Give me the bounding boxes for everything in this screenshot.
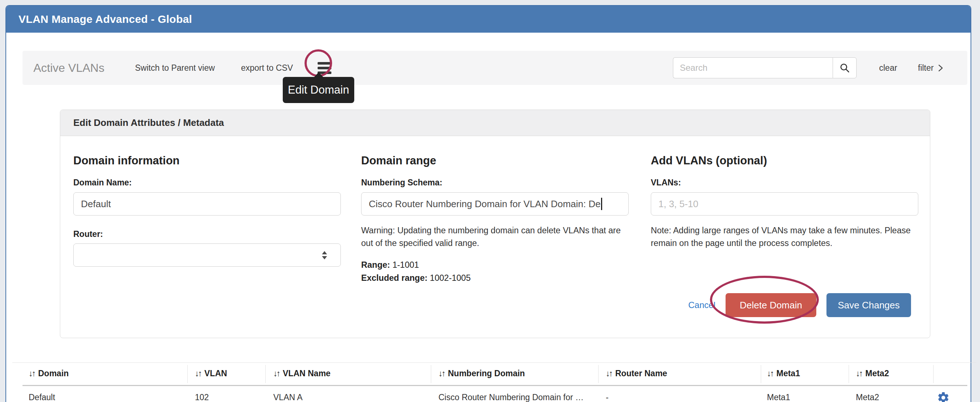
sort-icon: ↓↑ <box>606 369 612 378</box>
excluded-range-label: Excluded range: <box>361 273 428 283</box>
cell-vlan-name: VLAN A <box>273 392 303 402</box>
range-value: 1-1001 <box>392 260 419 270</box>
table-header-divider <box>22 385 967 386</box>
page: VLAN Manage Advanced - Global Active VLA… <box>0 0 980 402</box>
domain-information-heading: Domain information <box>73 154 180 167</box>
sort-icon: ↓↑ <box>439 369 445 378</box>
cell-meta2: Meta2 <box>856 392 879 402</box>
cell-router-name: - <box>606 392 609 402</box>
table-header-row: ↓↑Domain ↓↑VLAN ↓↑VLAN Name ↓↑Numbering … <box>12 362 976 386</box>
cell-numbering-domain: Cisco Router Numbering Domain for … <box>439 392 584 402</box>
sort-icon: ↓↑ <box>195 369 201 378</box>
column-header-domain[interactable]: ↓↑Domain <box>29 369 68 378</box>
range-label: Range: <box>361 260 390 270</box>
panel-actions: Cancel Delete Domain Save Changes <box>688 293 911 317</box>
numbering-schema-field[interactable]: Cisco Router Numbering Domain for VLAN D… <box>361 192 628 216</box>
switch-to-parent-view-button[interactable]: Switch to Parent view <box>135 63 215 73</box>
column-header-meta2[interactable]: ↓↑Meta2 <box>856 369 889 378</box>
title-bar: VLAN Manage Advanced - Global <box>6 6 970 33</box>
column-header-router-name[interactable]: ↓↑Router Name <box>606 369 667 378</box>
numbering-warning-text: Warning: Updating the numbering domain c… <box>361 224 630 249</box>
column-header-vlan-name[interactable]: ↓↑VLAN Name <box>273 369 331 378</box>
excluded-range-value: 1002-1005 <box>430 273 470 283</box>
filter-button[interactable]: filter <box>918 63 943 73</box>
panel-title: Edit Domain Attributes / Metadata <box>73 117 224 129</box>
numbering-schema-label: Numbering Schema: <box>361 178 442 187</box>
row-settings-button[interactable] <box>937 391 950 402</box>
column-header-meta1[interactable]: ↓↑Meta1 <box>767 369 800 378</box>
column-header-numbering-domain[interactable]: ↓↑Numbering Domain <box>439 369 525 378</box>
vlans-label: VLANs: <box>651 178 681 187</box>
cell-domain: Default <box>29 392 55 402</box>
app-window: VLAN Manage Advanced - Global Active VLA… <box>5 5 971 402</box>
router-label: Router: <box>73 229 103 239</box>
vlans-field[interactable] <box>651 192 918 216</box>
range-line: Range: 1-1001 <box>361 260 419 270</box>
sort-icon: ↓↑ <box>273 369 280 378</box>
domain-range-heading: Domain range <box>361 154 436 167</box>
domain-name-field[interactable] <box>73 192 341 216</box>
panel-header: Edit Domain Attributes / Metadata <box>60 110 930 136</box>
cancel-button[interactable]: Cancel <box>688 300 715 310</box>
search-button[interactable] <box>833 57 857 78</box>
delete-domain-button[interactable]: Delete Domain <box>725 293 816 317</box>
gear-icon <box>937 391 950 402</box>
text-caret <box>601 198 602 210</box>
vlan-table: ↓↑Domain ↓↑VLAN ↓↑VLAN Name ↓↑Numbering … <box>12 362 976 402</box>
page-title: VLAN Manage Advanced - Global <box>19 13 192 25</box>
clear-button[interactable]: clear <box>879 63 897 73</box>
router-select[interactable] <box>73 243 341 267</box>
sort-icon: ↓↑ <box>29 369 35 378</box>
add-vlans-note-text: Note: Adding large ranges of VLANs may t… <box>651 224 920 249</box>
column-header-vlan[interactable]: ↓↑VLAN <box>195 369 227 378</box>
edit-domain-tooltip: Edit Domain <box>283 77 354 103</box>
toolbar: Active VLANs Switch to Parent view expor… <box>22 51 967 85</box>
chevron-right-icon <box>938 64 943 72</box>
sort-icon: ↓↑ <box>767 369 773 378</box>
save-changes-button[interactable]: Save Changes <box>826 293 911 317</box>
numbering-schema-value: Cisco Router Numbering Domain for VLAN D… <box>369 199 601 210</box>
sort-icon: ↓↑ <box>856 369 862 378</box>
search-input[interactable] <box>673 57 833 78</box>
hamburger-icon <box>318 62 331 65</box>
excluded-range-line: Excluded range: 1002-1005 <box>361 273 471 283</box>
add-vlans-heading: Add VLANs (optional) <box>651 154 767 167</box>
cell-vlan: 102 <box>195 392 209 402</box>
section-heading-active-vlans: Active VLANs <box>33 61 105 75</box>
export-to-csv-button[interactable]: export to CSV <box>241 63 293 73</box>
cell-meta1: Meta1 <box>767 392 790 402</box>
search-icon <box>839 62 850 73</box>
domain-name-label: Domain Name: <box>73 178 132 187</box>
edit-domain-panel: Edit Domain Attributes / Metadata Domain… <box>60 110 930 338</box>
